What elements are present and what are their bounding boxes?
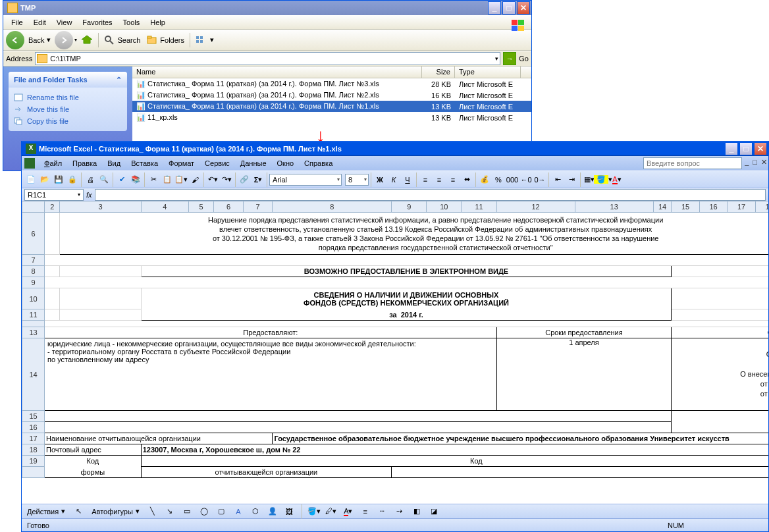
list-item[interactable]: 📊 11_кр.xls13 KBЛист Microsoft E — [132, 112, 531, 123]
list-item[interactable]: 📊 Статистика_ Форма 11 (краткая) (за 201… — [132, 90, 531, 101]
col-name[interactable]: Name — [132, 66, 422, 78]
inc-decimal[interactable]: ←0 — [519, 173, 533, 186]
spell-button[interactable]: ✔ — [115, 173, 128, 186]
namebox[interactable]: R1C1▾ — [24, 189, 84, 201]
copy-task[interactable]: Copy this file — [9, 115, 127, 127]
open-button[interactable]: 📂 — [38, 173, 51, 186]
list-item-selected[interactable]: 📊 Статистика_ Форма 11 (краткая) (за 201… — [132, 101, 531, 112]
redo-button[interactable]: ↷▾ — [220, 173, 233, 186]
address-input[interactable]: C:\1\TMP ▾ — [35, 52, 500, 65]
percent-button[interactable]: % — [492, 173, 505, 186]
forward-button[interactable] — [55, 31, 73, 49]
ask-input[interactable] — [643, 157, 742, 169]
m-help[interactable]: Справка — [299, 158, 338, 169]
m-data[interactable]: Данные — [235, 158, 272, 169]
bold-button[interactable]: Ж — [373, 173, 386, 186]
fx-label[interactable]: fx — [86, 191, 92, 199]
list-item[interactable]: 📊 Статистика_ Форма 11 (краткая) (за 201… — [132, 78, 531, 90]
list-header[interactable]: Name Size Type — [132, 66, 531, 78]
arrow-tool[interactable]: ↘ — [163, 505, 176, 518]
menu-view[interactable]: View — [51, 17, 78, 28]
clipart-tool[interactable]: 👤 — [266, 505, 279, 518]
undo-button[interactable]: ↶▾ — [206, 173, 219, 186]
diagram-tool[interactable]: ⬡ — [249, 505, 262, 518]
col-size[interactable]: Size — [422, 66, 455, 78]
excel-titlebar[interactable]: X Microsoft Excel - Статистика_ Форма 11… — [22, 142, 768, 156]
sheet-area[interactable]: 2345678910111213141516171819 6 Нарушение… — [22, 201, 768, 504]
font-selector[interactable]: Arial — [269, 174, 342, 186]
up-button[interactable] — [78, 32, 95, 48]
picture-tool[interactable]: 🖼 — [283, 505, 296, 518]
fontsize-selector[interactable]: 8 — [345, 174, 369, 186]
back-label[interactable]: Back ▾ — [26, 32, 53, 48]
collapse-icon[interactable]: ⌃ — [116, 76, 122, 84]
col-type[interactable]: Type — [455, 66, 521, 78]
shadow-tool[interactable]: ◧ — [410, 505, 423, 518]
excel-maximize[interactable]: □ — [739, 142, 753, 155]
align-left[interactable]: ≡ — [419, 173, 432, 186]
format-painter[interactable]: 🖌 — [188, 173, 201, 186]
research-button[interactable]: 📚 — [129, 173, 142, 186]
textbox-tool[interactable]: ▢ — [215, 505, 228, 518]
permission-button[interactable]: 🔒 — [66, 173, 79, 186]
m-view[interactable]: Вид — [102, 158, 126, 169]
formula-input[interactable] — [95, 189, 766, 201]
arrowstyle-tool[interactable]: ⇢ — [393, 505, 406, 518]
search-button[interactable]: Search — [101, 32, 143, 48]
3d-tool[interactable]: ◪ — [427, 505, 440, 518]
autosum-button[interactable]: Σ▾ — [252, 173, 265, 186]
inc-indent[interactable]: ⇥ — [565, 173, 578, 186]
m-insert[interactable]: Вставка — [126, 158, 163, 169]
m-file[interactable]: Файл — [39, 158, 67, 169]
fontcolor-button[interactable]: A▾ — [610, 173, 623, 186]
go-button[interactable]: → — [503, 52, 516, 65]
linecolor-tool[interactable]: 🖊▾ — [325, 505, 338, 518]
new-button[interactable]: 📄 — [24, 173, 38, 186]
excel-close[interactable]: ✕ — [754, 142, 767, 155]
fillcolor-tool[interactable]: 🪣▾ — [307, 505, 321, 518]
menu-file[interactable]: File — [6, 17, 28, 28]
go-label[interactable]: Go — [519, 55, 529, 63]
back-button[interactable] — [6, 31, 24, 49]
menu-tools[interactable]: Tools — [118, 17, 146, 28]
doc-restore[interactable]: □ — [753, 158, 757, 167]
m-format[interactable]: Формат — [163, 158, 199, 169]
merge-button[interactable]: ⬌ — [460, 173, 473, 186]
fill-button[interactable]: 🪣▾ — [597, 173, 610, 186]
comma-button[interactable]: 000 — [506, 173, 519, 186]
views-button[interactable]: ▾ — [193, 32, 217, 48]
oval-tool[interactable]: ◯ — [198, 505, 211, 518]
underline-button[interactable]: Ч — [401, 173, 414, 186]
wordart-tool[interactable]: A — [232, 505, 245, 518]
m-service[interactable]: Сервис — [199, 158, 235, 169]
paste-button[interactable]: 📋▾ — [174, 173, 188, 186]
actions-menu[interactable]: Действия ▾ — [24, 504, 68, 519]
linestyle-tool[interactable]: ≡ — [359, 505, 372, 518]
minimize-button[interactable]: _ — [488, 1, 501, 14]
excel-doc-icon[interactable] — [24, 158, 35, 169]
align-center[interactable]: ≡ — [433, 173, 446, 186]
doc-close[interactable]: ✕ — [761, 158, 767, 167]
save-button[interactable]: 💾 — [52, 173, 65, 186]
m-edit[interactable]: Правка — [67, 158, 102, 169]
maximize-button[interactable]: □ — [502, 1, 516, 14]
spreadsheet-grid[interactable]: 2345678910111213141516171819 6 Нарушение… — [22, 201, 768, 478]
copy-button[interactable]: 📋 — [161, 173, 174, 186]
explorer-titlebar[interactable]: TMP _ □ ✕ — [3, 1, 531, 15]
move-task[interactable]: Move this file — [9, 103, 127, 115]
menu-favorites[interactable]: Favorites — [77, 17, 117, 28]
hyperlink-button[interactable]: 🔗 — [238, 173, 251, 186]
autoshapes-menu[interactable]: Автофигуры ▾ — [89, 504, 142, 519]
dec-indent[interactable]: ⇤ — [551, 173, 564, 186]
fontcolor-tool[interactable]: A▾ — [342, 505, 355, 518]
folders-button[interactable]: Folders — [144, 32, 187, 48]
cut-button[interactable]: ✂ — [147, 173, 160, 186]
menu-edit[interactable]: Edit — [28, 17, 51, 28]
close-button[interactable]: ✕ — [517, 1, 530, 14]
dashstyle-tool[interactable]: ┄ — [376, 505, 389, 518]
currency-button[interactable]: 💰 — [478, 173, 491, 186]
menu-help[interactable]: Help — [145, 17, 171, 28]
select-pointer[interactable]: ↖ — [72, 505, 85, 518]
m-window[interactable]: Окно — [272, 158, 300, 169]
print-button[interactable]: 🖨 — [84, 173, 97, 186]
